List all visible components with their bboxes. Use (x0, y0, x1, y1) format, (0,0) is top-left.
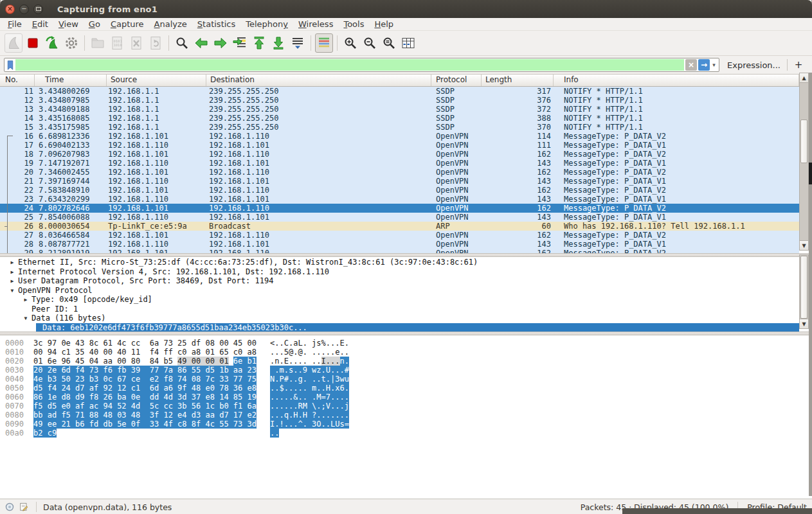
detail-row[interactable]: ▶User Datagram Protocol, Src Port: 38469… (0, 276, 812, 286)
hex-byte[interactable]: 94 (48, 348, 57, 357)
resize-columns-button[interactable] (399, 33, 417, 53)
hex-byte[interactable]: a8 (248, 348, 257, 357)
ascii-char[interactable]: . (298, 384, 302, 393)
ascii-char[interactable]: g (298, 375, 302, 384)
hex-byte[interactable]: 9f (177, 384, 186, 393)
hex-byte[interactable]: 77 (150, 366, 159, 375)
packet-row[interactable]: 237.634320299192.168.1.110192.168.1.101O… (0, 195, 799, 204)
hex-byte[interactable]: 71 (75, 411, 84, 420)
ascii-char[interactable]: . (340, 393, 345, 402)
packet-row[interactable]: 166.689812336192.168.1.101192.168.1.110O… (0, 132, 799, 141)
hex-byte[interactable]: aa (233, 366, 242, 375)
hex-byte[interactable]: dd (150, 393, 159, 402)
hex-byte[interactable]: 00 (117, 357, 126, 366)
hex-byte[interactable]: 00 (103, 348, 112, 357)
ascii-char[interactable]: . (340, 366, 345, 375)
hex-byte[interactable]: 33 (150, 420, 159, 429)
ascii-char[interactable]: # (345, 366, 349, 375)
ascii-char[interactable]: j (345, 402, 349, 411)
ascii-char[interactable]: . (279, 411, 284, 420)
hex-byte[interactable]: 5c (150, 402, 159, 411)
detail-row[interactable]: ▼Data (116 bytes) (0, 314, 812, 323)
hex-byte[interactable]: af (89, 384, 98, 393)
go-to-packet-button[interactable] (231, 33, 249, 53)
ascii-char[interactable]: 7 (326, 393, 330, 402)
ascii-char[interactable]: . (335, 402, 339, 411)
hex-byte[interactable]: 50 (61, 375, 70, 384)
filter-clear-button[interactable]: × (685, 59, 697, 71)
ascii-char[interactable]: . (316, 411, 321, 420)
hex-byte[interactable]: 88 (89, 411, 98, 420)
hex-byte[interactable]: 92 (103, 384, 112, 393)
hex-byte[interactable]: 36 (233, 384, 242, 393)
window-close-button[interactable]: × (5, 4, 15, 14)
hex-byte[interactable]: 67 (117, 375, 126, 384)
ascii-char[interactable]: . (345, 348, 349, 357)
hex-byte[interactable]: db (103, 420, 112, 429)
expander-collapsed-icon[interactable]: ▶ (6, 258, 18, 268)
ascii-char[interactable]: . (340, 402, 345, 411)
hex-byte[interactable]: 26 (103, 393, 112, 402)
window-maximize-button[interactable] (33, 4, 43, 14)
ascii-char[interactable]: . (335, 339, 339, 348)
ascii-char[interactable]: . (326, 411, 330, 420)
ascii-char[interactable]: . (284, 384, 289, 393)
ascii-char[interactable]: . (316, 348, 321, 357)
hex-byte[interactable]: 25 (177, 339, 186, 348)
ascii-char[interactable]: z (316, 366, 321, 375)
hex-byte[interactable]: f8 (163, 375, 172, 384)
hex-byte[interactable]: c1 (61, 348, 70, 357)
hex-byte[interactable]: 8c (89, 339, 98, 348)
ascii-char[interactable]: . (284, 420, 289, 429)
ascii-char[interactable]: . (298, 366, 302, 375)
hex-byte[interactable]: 0e (61, 339, 70, 348)
ascii-char[interactable]: s (340, 420, 345, 429)
hex-byte[interactable]: aa (103, 357, 112, 366)
ascii-char[interactable]: . (345, 393, 349, 402)
hex-byte[interactable]: 77 (233, 375, 242, 384)
hex-byte[interactable]: 3d (248, 420, 257, 429)
ascii-char[interactable]: . (335, 393, 339, 402)
hex-byte[interactable]: 48 (131, 411, 140, 420)
hex-byte[interactable]: 48 (192, 384, 201, 393)
ascii-char[interactable]: . (279, 339, 284, 348)
hex-byte[interactable]: 0c (103, 375, 112, 384)
ascii-char[interactable]: . (284, 393, 289, 402)
restart-capture-button[interactable] (43, 33, 61, 53)
ascii-char[interactable]: H (326, 384, 330, 393)
ascii-char[interactable]: 3 (335, 375, 339, 384)
ascii-char[interactable]: . (321, 384, 326, 393)
ascii-char[interactable]: . (321, 411, 326, 420)
hex-byte[interactable]: 65 (219, 348, 228, 357)
hex-byte[interactable]: 01 (219, 357, 228, 366)
go-first-button[interactable] (250, 33, 268, 53)
hex-byte[interactable]: ba (117, 393, 126, 402)
expression-button[interactable]: Expression... (727, 60, 780, 70)
ascii-char[interactable]: E (340, 339, 345, 348)
ascii-char[interactable]: . (298, 411, 302, 420)
hex-byte[interactable]: 6a (150, 339, 159, 348)
ascii-char[interactable]: 6 (340, 384, 345, 393)
hex-byte[interactable]: f4 (48, 384, 57, 393)
capture-options-button[interactable] (62, 33, 80, 53)
hex-byte[interactable]: c0 (233, 348, 242, 357)
colorize-button[interactable] (315, 33, 333, 53)
hex-byte[interactable]: 0f (131, 420, 140, 429)
hex-byte[interactable]: 00 (248, 339, 257, 348)
ascii-char[interactable]: V (326, 402, 330, 411)
packet-row[interactable]: 176.690402133192.168.1.110192.168.1.101O… (0, 141, 799, 150)
hex-byte[interactable]: 49 (33, 420, 42, 429)
packet-row[interactable]: 187.096207983192.168.1.101192.168.1.110O… (0, 150, 799, 159)
ascii-char[interactable]: . (316, 357, 321, 366)
ascii-char[interactable]: M (303, 402, 307, 411)
hex-byte[interactable]: b6 (75, 420, 84, 429)
hex-byte[interactable]: f5 (33, 402, 42, 411)
hex-byte[interactable]: b5 (163, 357, 172, 366)
detail-row[interactable]: ▶Internet Protocol Version 4, Src: 192.1… (0, 267, 812, 277)
hex-byte[interactable]: a8 (192, 348, 201, 357)
hex-byte[interactable]: 17 (233, 411, 242, 420)
menu-statistics[interactable]: Statistics (192, 18, 240, 30)
hex-byte[interactable]: 45 (75, 357, 84, 366)
ascii-char[interactable]: . (303, 393, 307, 402)
hex-byte[interactable]: 3b (177, 402, 186, 411)
